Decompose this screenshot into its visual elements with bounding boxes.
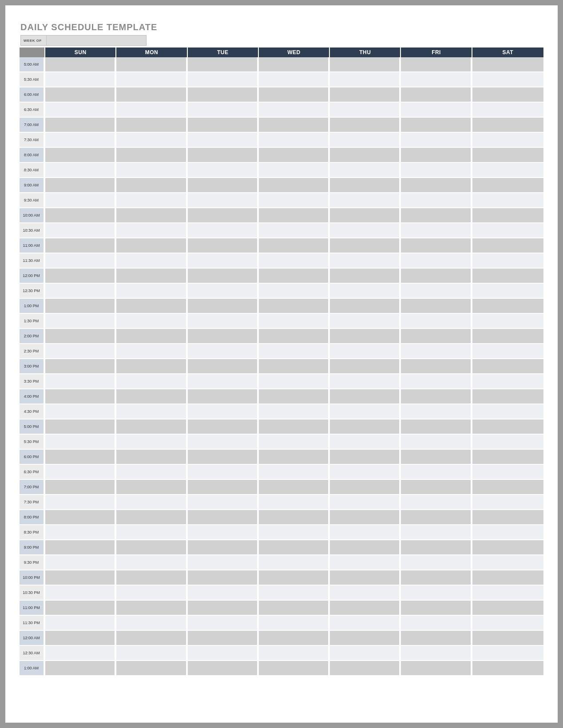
schedule-cell[interactable] <box>401 525 472 540</box>
schedule-cell[interactable] <box>116 148 187 163</box>
schedule-cell[interactable] <box>116 238 187 253</box>
schedule-cell[interactable] <box>259 616 330 631</box>
schedule-cell[interactable] <box>330 555 401 570</box>
schedule-cell[interactable] <box>401 103 472 118</box>
schedule-cell[interactable] <box>472 510 543 525</box>
schedule-cell[interactable] <box>330 646 401 661</box>
schedule-cell[interactable] <box>45 601 116 616</box>
schedule-cell[interactable] <box>188 178 259 193</box>
schedule-cell[interactable] <box>472 540 543 555</box>
schedule-cell[interactable] <box>188 133 259 148</box>
schedule-cell[interactable] <box>116 57 187 72</box>
schedule-cell[interactable] <box>45 314 116 329</box>
schedule-cell[interactable] <box>472 57 543 72</box>
schedule-cell[interactable] <box>330 72 401 87</box>
schedule-cell[interactable] <box>45 419 116 435</box>
schedule-cell[interactable] <box>116 103 187 118</box>
schedule-cell[interactable] <box>188 389 259 404</box>
schedule-cell[interactable] <box>188 616 259 631</box>
schedule-cell[interactable] <box>188 329 259 344</box>
schedule-cell[interactable] <box>188 118 259 133</box>
schedule-cell[interactable] <box>116 495 187 510</box>
schedule-cell[interactable] <box>116 163 187 178</box>
schedule-cell[interactable] <box>472 223 543 238</box>
schedule-cell[interactable] <box>116 465 187 480</box>
schedule-cell[interactable] <box>259 57 330 72</box>
schedule-cell[interactable] <box>330 480 401 495</box>
schedule-cell[interactable] <box>401 118 472 133</box>
schedule-cell[interactable] <box>45 208 116 223</box>
schedule-cell[interactable] <box>330 344 401 359</box>
schedule-cell[interactable] <box>401 238 472 253</box>
schedule-cell[interactable] <box>45 299 116 314</box>
schedule-cell[interactable] <box>401 299 472 314</box>
schedule-cell[interactable] <box>330 465 401 480</box>
schedule-cell[interactable] <box>116 72 187 87</box>
schedule-cell[interactable] <box>401 359 472 374</box>
schedule-cell[interactable] <box>259 495 330 510</box>
schedule-cell[interactable] <box>259 450 330 465</box>
schedule-cell[interactable] <box>472 631 543 646</box>
schedule-cell[interactable] <box>472 314 543 329</box>
schedule-cell[interactable] <box>45 284 116 299</box>
schedule-cell[interactable] <box>401 586 472 601</box>
schedule-cell[interactable] <box>330 284 401 299</box>
schedule-cell[interactable] <box>45 223 116 238</box>
schedule-cell[interactable] <box>116 329 187 344</box>
schedule-cell[interactable] <box>472 555 543 570</box>
schedule-cell[interactable] <box>188 359 259 374</box>
schedule-cell[interactable] <box>188 103 259 118</box>
schedule-cell[interactable] <box>116 586 187 601</box>
schedule-cell[interactable] <box>401 193 472 208</box>
schedule-cell[interactable] <box>330 329 401 344</box>
schedule-cell[interactable] <box>472 148 543 163</box>
schedule-cell[interactable] <box>45 72 116 87</box>
schedule-cell[interactable] <box>259 118 330 133</box>
schedule-cell[interactable] <box>45 253 116 269</box>
schedule-cell[interactable] <box>45 389 116 404</box>
schedule-cell[interactable] <box>259 208 330 223</box>
schedule-cell[interactable] <box>330 570 401 586</box>
schedule-cell[interactable] <box>330 601 401 616</box>
schedule-cell[interactable] <box>259 133 330 148</box>
schedule-cell[interactable] <box>472 525 543 540</box>
schedule-cell[interactable] <box>401 284 472 299</box>
schedule-cell[interactable] <box>188 631 259 646</box>
schedule-cell[interactable] <box>116 193 187 208</box>
schedule-cell[interactable] <box>472 329 543 344</box>
schedule-cell[interactable] <box>330 631 401 646</box>
schedule-cell[interactable] <box>472 586 543 601</box>
schedule-cell[interactable] <box>401 87 472 103</box>
schedule-cell[interactable] <box>259 646 330 661</box>
schedule-cell[interactable] <box>188 570 259 586</box>
schedule-cell[interactable] <box>401 465 472 480</box>
schedule-cell[interactable] <box>472 435 543 450</box>
schedule-cell[interactable] <box>401 616 472 631</box>
schedule-cell[interactable] <box>259 374 330 389</box>
schedule-cell[interactable] <box>188 419 259 435</box>
schedule-cell[interactable] <box>45 631 116 646</box>
schedule-cell[interactable] <box>472 465 543 480</box>
schedule-cell[interactable] <box>472 87 543 103</box>
schedule-cell[interactable] <box>188 601 259 616</box>
schedule-cell[interactable] <box>259 253 330 269</box>
schedule-cell[interactable] <box>116 631 187 646</box>
schedule-cell[interactable] <box>330 510 401 525</box>
schedule-cell[interactable] <box>45 374 116 389</box>
schedule-cell[interactable] <box>330 586 401 601</box>
schedule-cell[interactable] <box>472 495 543 510</box>
schedule-cell[interactable] <box>259 404 330 419</box>
schedule-cell[interactable] <box>45 555 116 570</box>
schedule-cell[interactable] <box>45 344 116 359</box>
schedule-cell[interactable] <box>116 253 187 269</box>
schedule-cell[interactable] <box>259 344 330 359</box>
schedule-cell[interactable] <box>188 163 259 178</box>
schedule-cell[interactable] <box>330 253 401 269</box>
schedule-cell[interactable] <box>188 299 259 314</box>
schedule-cell[interactable] <box>472 601 543 616</box>
schedule-cell[interactable] <box>188 465 259 480</box>
schedule-cell[interactable] <box>188 284 259 299</box>
schedule-cell[interactable] <box>330 163 401 178</box>
schedule-cell[interactable] <box>472 299 543 314</box>
schedule-cell[interactable] <box>259 540 330 555</box>
